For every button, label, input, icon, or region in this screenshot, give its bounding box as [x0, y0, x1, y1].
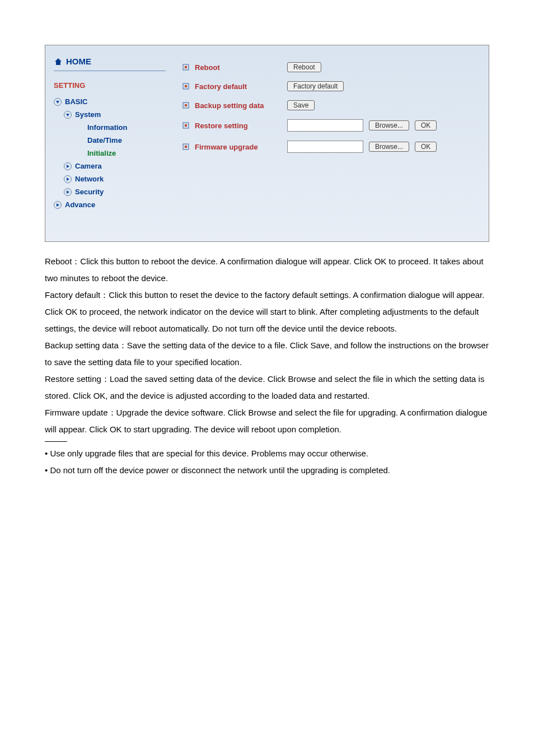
- row-restore-setting: Restore setting Browse... OK: [182, 119, 477, 132]
- factory-default-label: Factory default: [195, 82, 282, 91]
- row-factory-default: Factory default Factory default: [182, 81, 477, 91]
- content-area: Reboot Reboot Factory default Factory de…: [171, 45, 489, 241]
- reboot-button[interactable]: Reboot: [287, 62, 321, 72]
- documentation-text: Reboot：Click this button to reboot the d…: [45, 253, 489, 479]
- firmware-file-input[interactable]: [287, 141, 363, 153]
- nav-label: BASIC: [65, 97, 87, 106]
- nav-label: Advance: [65, 200, 95, 209]
- doc-backup: Backup setting data：Save the setting dat…: [45, 337, 489, 371]
- setting-heading: SETTING: [54, 81, 166, 90]
- sidebar-item-camera[interactable]: Camera: [54, 160, 166, 172]
- chevron-right-icon: [64, 175, 72, 183]
- home-link[interactable]: HOME: [54, 57, 166, 71]
- home-label: HOME: [66, 57, 91, 66]
- nav-label: Camera: [75, 162, 102, 170]
- sidebar: HOME SETTING BASIC System Information Da…: [45, 45, 171, 241]
- nav-label: Network: [75, 175, 104, 183]
- nav-label: Information: [87, 123, 128, 132]
- chevron-right-icon: [54, 201, 62, 209]
- bullet-icon: [182, 122, 189, 129]
- chevron-right-icon: [64, 188, 72, 196]
- doc-factory-default: Factory default：Click this button to res…: [45, 287, 489, 337]
- row-reboot: Reboot Reboot: [182, 62, 477, 72]
- notes-list: • Use only upgrade files that are specia…: [45, 445, 489, 479]
- bullet-icon: [182, 102, 189, 109]
- row-firmware-upgrade: Firmware upgrade Browse... OK: [182, 141, 477, 153]
- reboot-label: Reboot: [195, 63, 282, 72]
- note-item-1: • Use only upgrade files that are specia…: [45, 445, 489, 462]
- bullet-icon: [182, 143, 189, 150]
- svg-rect-9: [185, 85, 187, 87]
- sidebar-item-initialize[interactable]: Initialize: [54, 147, 166, 160]
- restore-ok-button[interactable]: OK: [415, 120, 437, 130]
- doc-reboot: Reboot：Click this button to reboot the d…: [45, 253, 489, 287]
- note-item-2: • Do not turn off the device power or di…: [45, 462, 489, 479]
- sidebar-item-basic[interactable]: BASIC: [54, 95, 166, 108]
- nav-label: Date/Time: [87, 136, 122, 144]
- bullet-icon: [182, 83, 189, 90]
- sidebar-item-advance[interactable]: Advance: [54, 198, 166, 211]
- firmware-ok-button[interactable]: OK: [415, 142, 437, 152]
- svg-rect-7: [185, 66, 187, 68]
- chevron-down-icon: [54, 98, 62, 106]
- bullet-icon: [182, 64, 189, 71]
- sidebar-item-information[interactable]: Information: [54, 121, 166, 134]
- restore-setting-label: Restore setting: [195, 122, 282, 130]
- home-icon: [54, 58, 63, 66]
- sidebar-item-datetime[interactable]: Date/Time: [54, 134, 166, 147]
- sidebar-item-system[interactable]: System: [54, 108, 166, 121]
- factory-default-button[interactable]: Factory default: [287, 81, 344, 91]
- nav-label: Initialize: [87, 149, 116, 157]
- restore-browse-button[interactable]: Browse...: [369, 120, 409, 130]
- admin-panel: HOME SETTING BASIC System Information Da…: [45, 45, 489, 242]
- svg-rect-11: [185, 104, 187, 106]
- sidebar-item-security[interactable]: Security: [54, 185, 166, 198]
- doc-firmware: Firmware update：Upgrade the device softw…: [45, 404, 489, 438]
- doc-restore: Restore setting：Load the saved setting d…: [45, 371, 489, 404]
- nav-label: System: [75, 110, 101, 119]
- firmware-browse-button[interactable]: Browse...: [369, 142, 409, 152]
- nav-label: Security: [75, 188, 104, 196]
- restore-file-input[interactable]: [287, 119, 363, 132]
- row-backup-setting: Backup setting data Save: [182, 100, 477, 110]
- chevron-down-icon: [64, 111, 72, 119]
- chevron-right-icon: [64, 162, 72, 170]
- svg-rect-13: [185, 124, 187, 127]
- svg-rect-15: [185, 146, 187, 148]
- note-separator: [45, 441, 67, 442]
- sidebar-item-network[interactable]: Network: [54, 172, 166, 185]
- backup-setting-label: Backup setting data: [195, 101, 282, 110]
- save-button[interactable]: Save: [287, 100, 315, 110]
- firmware-upgrade-label: Firmware upgrade: [195, 143, 282, 151]
